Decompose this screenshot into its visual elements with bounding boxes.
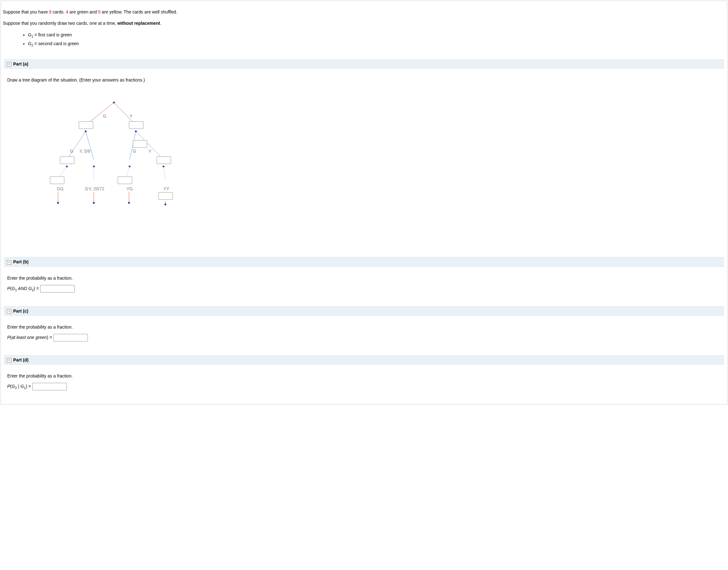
label-out-gg: GG: [57, 186, 64, 191]
expr: P: [7, 384, 10, 389]
branch-gy: [86, 131, 94, 160]
intro-text: Suppose that you randomly draw two cards…: [3, 21, 117, 26]
part-c-body: Enter the probability as a fraction. P(a…: [1, 316, 727, 352]
input-outcome-gg[interactable]: [50, 177, 64, 184]
expr: G: [12, 384, 15, 389]
input-p-g-given-g[interactable]: [60, 157, 74, 164]
expr: |: [17, 384, 20, 389]
label-top-g: G: [103, 113, 107, 118]
part-a-instruction: Draw a tree diagram of the situation. (E…: [7, 77, 723, 82]
label-out-yy: YY: [164, 186, 169, 191]
intro-text: are green and: [68, 9, 98, 14]
input-part-d[interactable]: [32, 383, 67, 390]
var-g2: G: [28, 41, 31, 46]
part-c-header[interactable]: −Part (c): [4, 306, 724, 316]
input-outcome-yy[interactable]: [159, 192, 173, 200]
definitions-list: G1 = first card is green G2 = second car…: [3, 31, 725, 48]
input-p-y[interactable]: [129, 121, 143, 129]
expr: at least one green: [12, 335, 47, 340]
label-top-y: Y: [130, 113, 133, 118]
part-a-header[interactable]: −Part (a): [4, 59, 724, 69]
end-gg: [57, 202, 59, 204]
var-g1: G: [28, 32, 31, 37]
input-part-b[interactable]: [40, 285, 75, 293]
intro-text: without replacement: [117, 21, 160, 26]
list-item: G2 = second card is green: [28, 40, 725, 48]
num-green: 4: [66, 9, 68, 14]
input-part-c[interactable]: [53, 334, 88, 341]
collapse-icon[interactable]: −: [7, 260, 11, 265]
num-total: 9: [49, 9, 51, 14]
expr: G: [20, 384, 24, 389]
input-p-y-given-y[interactable]: [157, 157, 171, 164]
end-gy: [93, 202, 95, 204]
list-item: G1 = first card is green: [28, 31, 725, 39]
part-d-header[interactable]: −Part (d): [4, 355, 724, 365]
label-mid-gy: Y, 5/8: [79, 149, 90, 154]
question-intro: Suppose that you have 9 cards. 4 are gre…: [1, 1, 727, 56]
collapse-icon[interactable]: −: [7, 309, 11, 313]
expr: P: [7, 286, 10, 291]
expr: ) =: [26, 384, 32, 389]
tree-diagram: G Y: [7, 87, 723, 248]
label-out-yg: YG: [127, 186, 133, 191]
input-outcome-yg[interactable]: [118, 177, 132, 184]
collapse-icon[interactable]: −: [7, 358, 11, 362]
expr: G: [29, 286, 32, 291]
part-title: Part (d): [13, 357, 29, 362]
expr: G: [12, 286, 15, 291]
end-yy: [164, 204, 166, 205]
intro-text: are yellow. The cards are well shuffled.: [101, 9, 177, 14]
part-b-header[interactable]: −Part (b): [4, 257, 724, 267]
tree-svg: G Y: [23, 96, 186, 228]
def-text: = first card is green: [33, 32, 72, 37]
label-out-gy: GY, 20/72: [85, 186, 104, 191]
def-text: = second card is green: [33, 41, 79, 46]
part-title: Part (c): [13, 308, 28, 313]
label-mid-gg: G: [70, 149, 73, 154]
collapse-icon[interactable]: −: [7, 62, 11, 66]
intro-text: Suppose that you have: [3, 9, 49, 14]
expr: P: [7, 335, 10, 340]
branch-gg: [67, 131, 86, 160]
question-container: Suppose that you have 9 cards. 4 are gre…: [1, 1, 727, 404]
expr: ) =: [47, 335, 53, 340]
input-p-g[interactable]: [79, 121, 93, 129]
end-yg: [128, 202, 130, 204]
part-c-instruction: Enter the probability as a fraction.: [7, 324, 723, 329]
label-mid-yy: Y: [148, 149, 152, 154]
part-b-body: Enter the probability as a fraction. P(G…: [1, 267, 727, 303]
expr: AND: [17, 286, 29, 291]
part-title: Part (a): [13, 61, 28, 66]
intro-text: cards.: [51, 9, 66, 14]
expr: ) =: [34, 286, 40, 291]
part-b-instruction: Enter the probability as a fraction.: [7, 276, 723, 281]
part-d-body: Enter the probability as a fraction. P(G…: [1, 365, 727, 401]
input-p-g-given-y[interactable]: [133, 140, 147, 148]
part-a-body: Draw a tree diagram of the situation. (E…: [1, 69, 727, 254]
part-title: Part (b): [13, 259, 29, 264]
stem-yy: [164, 167, 165, 180]
part-d-instruction: Enter the probability as a fraction.: [7, 373, 723, 378]
intro-text: .: [160, 21, 161, 26]
